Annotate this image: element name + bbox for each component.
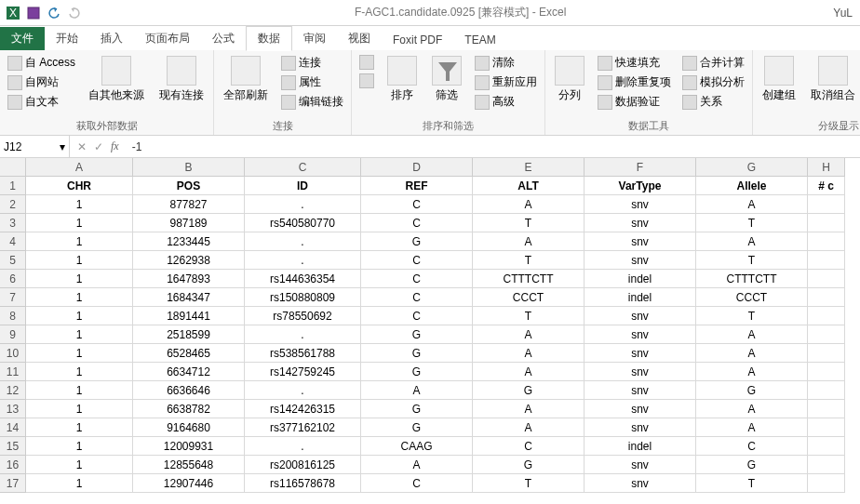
from-text-button[interactable]: 自文本 bbox=[6, 93, 77, 111]
cell[interactable]: 1 bbox=[26, 195, 133, 214]
row-header[interactable]: 12 bbox=[0, 381, 26, 400]
cell[interactable]: A bbox=[473, 232, 585, 251]
cell[interactable]: T bbox=[473, 214, 585, 232]
tab-file[interactable]: 文件 bbox=[0, 27, 45, 50]
name-box[interactable]: J12▾ bbox=[0, 136, 70, 157]
edit-links-button[interactable]: 编辑链接 bbox=[279, 93, 345, 111]
sort-asc-button[interactable] bbox=[357, 54, 376, 71]
cell[interactable]: CAAG bbox=[361, 437, 473, 456]
cell[interactable]: CTTTCTT bbox=[473, 270, 585, 288]
tab-home[interactable]: 开始 bbox=[45, 27, 89, 50]
cell[interactable]: 1 bbox=[26, 418, 133, 437]
row-header[interactable]: 15 bbox=[0, 437, 26, 456]
cell[interactable]: G bbox=[696, 456, 808, 474]
row-header[interactable]: 6 bbox=[0, 270, 26, 288]
cell[interactable]: 1647893 bbox=[133, 270, 245, 288]
cell[interactable] bbox=[808, 307, 845, 325]
row-header[interactable]: 4 bbox=[0, 232, 26, 251]
header-cell[interactable]: Allele bbox=[696, 177, 808, 195]
cell[interactable] bbox=[808, 474, 845, 493]
cell[interactable]: snv bbox=[585, 344, 696, 363]
cell[interactable]: snv bbox=[585, 214, 696, 232]
cell[interactable]: A bbox=[696, 195, 808, 214]
cell[interactable]: snv bbox=[585, 418, 696, 437]
row-header[interactable]: 2 bbox=[0, 195, 26, 214]
row-header[interactable]: 1 bbox=[0, 177, 26, 195]
existing-conn-button[interactable]: 现有连接 bbox=[155, 54, 208, 105]
cell[interactable] bbox=[808, 288, 845, 307]
cell[interactable]: rs538561788 bbox=[245, 344, 361, 363]
cell[interactable]: T bbox=[696, 214, 808, 232]
cell[interactable]: G bbox=[361, 325, 473, 344]
tab-team[interactable]: TEAM bbox=[453, 30, 506, 50]
clear-button[interactable]: 清除 bbox=[473, 54, 539, 72]
cell[interactable]: G bbox=[361, 418, 473, 437]
select-all-corner[interactable] bbox=[0, 158, 26, 177]
cell[interactable]: T bbox=[473, 474, 585, 493]
cell[interactable]: G bbox=[361, 400, 473, 418]
save-icon[interactable] bbox=[26, 6, 41, 20]
cell[interactable]: 1 bbox=[26, 214, 133, 232]
cell[interactable]: A bbox=[696, 363, 808, 381]
row-header[interactable]: 17 bbox=[0, 474, 26, 493]
flash-fill-button[interactable]: 快速填充 bbox=[596, 54, 673, 72]
cell[interactable]: C bbox=[473, 437, 585, 456]
cell[interactable]: . bbox=[245, 325, 361, 344]
from-access-button[interactable]: 自 Access bbox=[6, 54, 77, 72]
ungroup-button[interactable]: 取消组合 bbox=[807, 54, 859, 105]
remove-dup-button[interactable]: 删除重复项 bbox=[596, 73, 673, 91]
row-header[interactable]: 10 bbox=[0, 344, 26, 363]
relationships-button[interactable]: 关系 bbox=[680, 93, 746, 111]
reapply-button[interactable]: 重新应用 bbox=[473, 73, 539, 91]
cell[interactable]: rs540580770 bbox=[245, 214, 361, 232]
filter-button[interactable]: 筛选 bbox=[428, 54, 465, 105]
cell[interactable]: A bbox=[696, 325, 808, 344]
text-to-columns-button[interactable]: 分列 bbox=[551, 54, 588, 105]
cell[interactable]: 1262938 bbox=[133, 251, 245, 270]
cell[interactable]: 1 bbox=[26, 307, 133, 325]
cell[interactable]: A bbox=[473, 363, 585, 381]
undo-icon[interactable] bbox=[47, 6, 61, 20]
cell[interactable]: . bbox=[245, 195, 361, 214]
sort-button[interactable]: 排序 bbox=[383, 54, 421, 105]
cell[interactable]: A bbox=[473, 400, 585, 418]
column-header[interactable]: F bbox=[585, 158, 696, 177]
cell[interactable]: C bbox=[361, 251, 473, 270]
cell[interactable]: CCCT bbox=[473, 288, 585, 307]
cell[interactable] bbox=[808, 325, 845, 344]
tab-insert[interactable]: 插入 bbox=[89, 27, 134, 50]
cell[interactable]: T bbox=[473, 251, 585, 270]
header-cell[interactable]: VarType bbox=[585, 177, 696, 195]
cell[interactable]: G bbox=[473, 456, 585, 474]
cell[interactable]: 1 bbox=[26, 474, 133, 493]
cell[interactable]: T bbox=[696, 474, 808, 493]
header-cell[interactable]: ALT bbox=[473, 177, 585, 195]
column-header[interactable]: C bbox=[245, 158, 361, 177]
cell[interactable] bbox=[808, 232, 845, 251]
cell[interactable]: rs142426315 bbox=[245, 400, 361, 418]
cell[interactable]: snv bbox=[585, 363, 696, 381]
cell[interactable] bbox=[808, 437, 845, 456]
cell[interactable]: . bbox=[245, 381, 361, 400]
cell[interactable]: A bbox=[473, 325, 585, 344]
cell[interactable]: . bbox=[245, 232, 361, 251]
row-header[interactable]: 16 bbox=[0, 456, 26, 474]
cell[interactable]: 987189 bbox=[133, 214, 245, 232]
cell[interactable] bbox=[808, 363, 845, 381]
header-cell[interactable]: REF bbox=[361, 177, 473, 195]
cell[interactable]: 1 bbox=[26, 270, 133, 288]
cell[interactable]: 1 bbox=[26, 381, 133, 400]
cell[interactable]: A bbox=[361, 381, 473, 400]
cell[interactable]: 1 bbox=[26, 400, 133, 418]
cell[interactable]: snv bbox=[585, 232, 696, 251]
header-cell[interactable]: CHR bbox=[26, 177, 133, 195]
tab-view[interactable]: 视图 bbox=[337, 27, 382, 50]
cell[interactable] bbox=[808, 381, 845, 400]
cell[interactable]: A bbox=[696, 400, 808, 418]
cell[interactable]: snv bbox=[585, 325, 696, 344]
refresh-all-button[interactable]: 全部刷新 bbox=[220, 54, 272, 105]
cell[interactable]: indel bbox=[585, 437, 696, 456]
cancel-icon[interactable]: ✕ bbox=[77, 140, 87, 153]
cell[interactable]: C bbox=[361, 214, 473, 232]
cell[interactable]: C bbox=[361, 288, 473, 307]
